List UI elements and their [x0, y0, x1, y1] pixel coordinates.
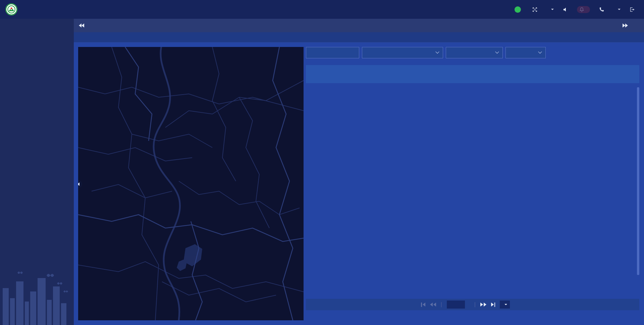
next-page-button[interactable] [480, 303, 486, 307]
phone-icon [599, 7, 604, 12]
stats-bar [74, 32, 644, 43]
app-logo [5, 3, 17, 15]
exit-icon [629, 7, 635, 12]
fullscreen-button[interactable] [532, 7, 540, 12]
chevron-left-icon [78, 182, 79, 186]
tabs-scroll-left-button[interactable] [74, 19, 89, 32]
notification-badge[interactable] [577, 6, 590, 13]
tab-bar [74, 19, 644, 32]
prev-page-button[interactable] [430, 303, 436, 307]
bell-icon [579, 7, 585, 12]
name-search-input[interactable] [306, 47, 359, 58]
map[interactable] [78, 47, 304, 320]
table-header [306, 65, 639, 83]
page-number-input[interactable] [447, 301, 465, 309]
sidebar [0, 19, 74, 325]
temperature-badge [515, 6, 521, 13]
filter-bar [306, 47, 639, 58]
enterprise-table [306, 65, 639, 299]
chevron-down-icon [618, 9, 621, 11]
theme-menu[interactable] [549, 8, 554, 11]
pagination-bar: | | [306, 299, 639, 310]
org-menu[interactable] [615, 8, 621, 11]
page-size-select[interactable] [500, 301, 510, 309]
region-select[interactable] [362, 47, 443, 58]
datetime [512, 6, 523, 13]
mute-button[interactable] [562, 7, 568, 12]
help-button[interactable] [599, 7, 607, 12]
tabs-scroll-right-button[interactable] [623, 23, 628, 28]
map-roads [78, 47, 304, 320]
chevron-down-icon [495, 50, 499, 54]
city-skyline-decoration [0, 268, 74, 325]
chevron-down-icon [538, 50, 542, 54]
chevron-down-icon [551, 9, 554, 11]
speaker-icon [562, 7, 568, 12]
right-panel: | | [306, 47, 639, 320]
first-page-button[interactable] [421, 303, 425, 307]
chevron-down-icon [504, 304, 507, 307]
last-page-button[interactable] [491, 303, 495, 307]
logout-button[interactable] [629, 7, 637, 12]
logo-emblem-icon [7, 5, 16, 14]
fullscreen-icon [532, 7, 538, 12]
chevron-down-icon [435, 50, 439, 54]
status-select[interactable] [505, 47, 546, 58]
top-header [0, 0, 644, 19]
table-scrollbar[interactable] [637, 87, 639, 275]
industry-select[interactable] [446, 47, 503, 58]
